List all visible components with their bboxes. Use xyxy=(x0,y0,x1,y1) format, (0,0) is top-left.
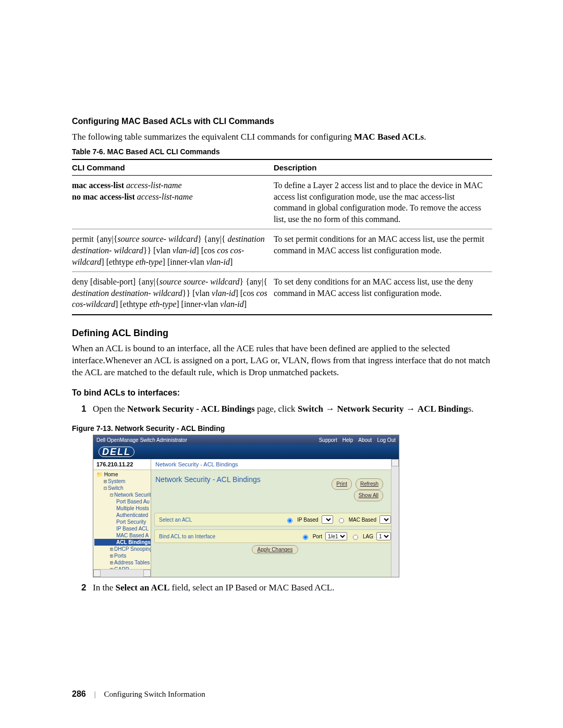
tree-item[interactable]: ⊟Switch xyxy=(94,485,151,491)
document-page: Configuring MAC Based ACLs with CLI Comm… xyxy=(0,0,563,728)
table-header-row: CLI Command Description xyxy=(72,159,492,176)
tree-item[interactable]: MAC Based A xyxy=(94,532,151,539)
tree-item[interactable]: ⊞System xyxy=(94,478,151,485)
tree-home[interactable]: 📁 Home xyxy=(94,471,151,478)
tree-item[interactable]: ⊞Ports xyxy=(94,552,151,559)
nav-sidebar: 176.210.11.22 📁 Home ⊞System ⊟Switch ⊟Ne… xyxy=(93,459,151,577)
figure-caption: Figure 7-13. Network Security - ACL Bind… xyxy=(72,424,492,433)
table-header-cli: CLI Command xyxy=(72,159,274,176)
table-row: deny [disable-port] {any|{source source-… xyxy=(72,272,492,315)
radio-label-ip-based: IP Based xyxy=(297,517,318,523)
intro-paragraph: The following table summarizes the equiv… xyxy=(72,131,492,143)
panel-actions: Print Refresh Show All xyxy=(329,478,383,501)
window-title: Dell OpenManage Switch Administrator xyxy=(96,437,187,443)
form-row-bind-interface: Bind ACL to an Interface Port 1/e1 LAG 1 xyxy=(154,529,396,543)
page-footer: 286 | Configuring Switch Information xyxy=(72,689,205,699)
nav-scrollbar-horizontal[interactable] xyxy=(93,569,151,577)
step-number: 1 xyxy=(81,403,93,415)
print-button[interactable]: Print xyxy=(332,478,352,490)
cli-desc-cell: To set permit conditions for an MAC acce… xyxy=(274,229,492,272)
main-scrollbar-vertical[interactable] xyxy=(391,459,399,577)
tree-item[interactable]: Authenticated xyxy=(94,512,151,519)
step-2: 2 In the Select an ACL field, select an … xyxy=(81,582,492,594)
table-row: permit {any|{source source- wildcard} {a… xyxy=(72,229,492,272)
device-ip: 176.210.11.22 xyxy=(93,459,151,470)
tree-item[interactable]: ⊟Network Security xyxy=(94,491,151,498)
breadcrumb: Network Security - ACL Bindings xyxy=(151,459,399,470)
dell-logo: DELL xyxy=(99,447,134,457)
radio-label-mac-based: MAC Based xyxy=(349,517,376,523)
cli-cmd-cell: mac access-list access-list-name no mac … xyxy=(72,175,274,229)
select-port[interactable]: 1/e1 xyxy=(325,532,347,540)
step-1: 1 Open the Network Security - ACL Bindin… xyxy=(81,403,492,415)
radio-label-lag: LAG xyxy=(363,534,373,539)
link-logout[interactable]: Log Out xyxy=(377,437,396,443)
show-all-button[interactable]: Show All xyxy=(354,490,383,501)
tree-item[interactable]: ⊞DHCP Snooping xyxy=(94,546,151,552)
acl-binding-paragraph: When an ACL is bound to an interface, al… xyxy=(72,343,492,379)
step-text: Open the Network Security - ACL Bindings… xyxy=(93,403,492,415)
form-row-select-acl: Select an ACL IP Based MAC Based xyxy=(154,513,396,526)
radio-lag[interactable] xyxy=(353,535,358,540)
step-text: In the Select an ACL field, select an IP… xyxy=(93,582,492,594)
cli-desc-cell: To set deny conditions for an MAC access… xyxy=(274,272,492,315)
main-panel: Network Security - ACL Bindings Network … xyxy=(151,459,399,577)
table-header-desc: Description xyxy=(274,159,492,176)
footer-separator: | xyxy=(94,690,96,699)
radio-ip-based[interactable] xyxy=(287,518,292,523)
select-lag[interactable]: 1 xyxy=(376,532,391,540)
radio-port[interactable] xyxy=(303,535,308,540)
select-mac-based[interactable] xyxy=(380,515,391,524)
heading-configuring-mac-acl-cli: Configuring MAC Based ACLs with CLI Comm… xyxy=(72,117,492,126)
label-bind-interface: Bind ACL to an Interface xyxy=(159,534,237,539)
refresh-button[interactable]: Refresh xyxy=(356,478,383,490)
tree-item[interactable]: Multiple Hosts xyxy=(94,505,151,512)
window-titlebar: Dell OpenManage Switch Administrator Sup… xyxy=(93,435,399,445)
link-help[interactable]: Help xyxy=(342,437,353,443)
label-select-acl: Select an ACL xyxy=(159,517,237,523)
tree-item[interactable]: Port Security xyxy=(94,519,151,525)
screenshot-acl-binding: Dell OpenManage Switch Administrator Sup… xyxy=(93,435,399,577)
select-ip-based[interactable] xyxy=(322,515,333,524)
cli-cmd-cell: deny [disable-port] {any|{source source-… xyxy=(72,272,274,315)
cli-desc-cell: To define a Layer 2 access list and to p… xyxy=(274,175,492,229)
radio-label-port: Port xyxy=(313,534,322,539)
subheading-to-bind: To bind ACLs to interfaces: xyxy=(72,388,492,398)
nav-tree[interactable]: 📁 Home ⊞System ⊟Switch ⊟Network Security… xyxy=(93,470,151,569)
heading-defining-acl-binding: Defining ACL Binding xyxy=(72,328,492,339)
brand-bar: DELL xyxy=(93,445,399,459)
apply-changes-button[interactable]: Apply Changes xyxy=(252,545,299,554)
link-about[interactable]: About xyxy=(358,437,372,443)
cli-cmd-cell: permit {any|{source source- wildcard} {a… xyxy=(72,229,274,272)
table-caption: Table 7-6. MAC Based ACL CLI Commands xyxy=(72,147,492,156)
page-number: 286 xyxy=(72,689,86,699)
tree-item-selected[interactable]: ACL Bindings xyxy=(94,539,151,546)
tree-item[interactable]: Port Based Au xyxy=(94,498,151,505)
radio-mac-based[interactable] xyxy=(339,518,344,523)
step-number: 2 xyxy=(81,582,93,594)
table-row: mac access-list access-list-name no mac … xyxy=(72,175,492,229)
tree-item[interactable]: IP Based ACL xyxy=(94,525,151,532)
cli-commands-table: CLI Command Description mac access-list … xyxy=(72,159,492,315)
footer-section: Configuring Switch Information xyxy=(104,690,205,699)
link-support[interactable]: Support xyxy=(319,437,337,443)
tree-item[interactable]: ⊞Address Tables xyxy=(94,559,151,566)
